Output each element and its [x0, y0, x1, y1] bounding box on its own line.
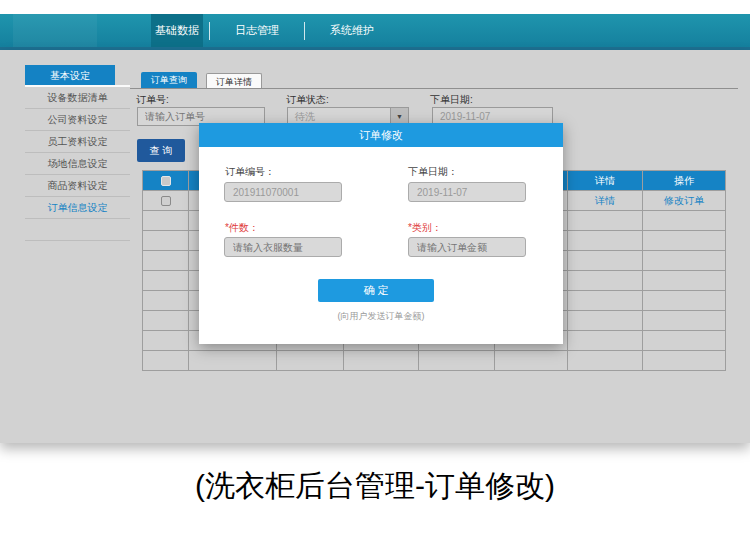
sidebar-item-5[interactable]: 订单信息设定 — [25, 197, 130, 219]
modal-order-no-label: 订单编号： — [225, 165, 275, 179]
page: 基础数据日志管理系统维护 基本设定 设备数据清单公司资料设定员工资料设定场地信息… — [0, 0, 750, 549]
query-button[interactable]: 查 询 — [137, 139, 185, 162]
logo-area — [13, 14, 97, 47]
table-cell — [277, 351, 344, 371]
table-cell — [189, 351, 277, 371]
sidebar-item-2[interactable]: 员工资料设定 — [25, 131, 130, 153]
table-cell — [643, 311, 726, 331]
header-cell-7: 操作 — [643, 171, 726, 191]
table-cell — [143, 251, 189, 271]
table-cell — [143, 211, 189, 231]
header-checkbox-cell — [143, 171, 189, 191]
nav-separator — [304, 22, 305, 40]
table-cell — [643, 351, 726, 371]
sidebar-header-basic-settings[interactable]: 基本设定 — [25, 65, 115, 86]
select-all-checkbox[interactable] — [161, 176, 171, 186]
modal-note: (向用户发送订单金额) — [199, 310, 563, 323]
nav-item-2[interactable]: 系统维护 — [311, 14, 393, 47]
table-cell — [143, 291, 189, 311]
table-cell — [568, 291, 643, 311]
modal-date-label: 下单日期： — [408, 165, 458, 179]
table-cell — [643, 231, 726, 251]
detail-link[interactable]: 详情 — [595, 195, 615, 206]
row-checkbox[interactable] — [161, 196, 171, 206]
modal-type-label: *类别： — [408, 221, 442, 235]
modal-type-input[interactable] — [408, 237, 526, 257]
sidebar-menu: 设备数据清单公司资料设定员工资料设定场地信息设定商品资料设定订单信息设定 — [25, 87, 130, 241]
header-cell-6: 详情 — [568, 171, 643, 191]
modal-title: 订单修改 — [199, 123, 563, 147]
table-cell — [495, 351, 568, 371]
table-cell — [568, 311, 643, 331]
table-row — [143, 351, 726, 371]
table-cell — [568, 351, 643, 371]
sidebar-item-3[interactable]: 场地信息设定 — [25, 153, 130, 175]
sidebar-item-6[interactable] — [25, 219, 130, 241]
order-date-label: 下单日期: — [430, 93, 473, 107]
table-cell — [568, 251, 643, 271]
table-cell — [643, 331, 726, 351]
table-cell — [643, 211, 726, 231]
tab-order-detail[interactable]: 订单详情 — [206, 73, 262, 89]
confirm-button[interactable]: 确 定 — [318, 279, 434, 302]
order-no-label: 订单号: — [136, 93, 169, 107]
modal-order-no-input[interactable] — [224, 182, 342, 202]
table-cell — [568, 271, 643, 291]
sidebar-item-0[interactable]: 设备数据清单 — [25, 87, 130, 109]
table-cell — [143, 271, 189, 291]
order-modify-modal: 订单修改 订单编号： 下单日期： *件数： *类别： 确 定 (向用户发送订单金… — [199, 123, 563, 344]
nav-item-1[interactable]: 日志管理 — [216, 14, 298, 47]
tab-underline — [130, 88, 738, 89]
nav-separator — [209, 22, 210, 40]
modal-count-input[interactable] — [224, 237, 342, 257]
table-cell — [568, 211, 643, 231]
table-cell — [143, 311, 189, 331]
table-cell — [143, 191, 189, 211]
table-cell — [143, 231, 189, 251]
top-navbar: 基础数据日志管理系统维护 — [0, 14, 750, 50]
table-cell — [344, 351, 419, 371]
order-status-label: 订单状态: — [286, 93, 329, 107]
modal-count-label: *件数： — [225, 221, 259, 235]
table-cell — [143, 331, 189, 351]
table-cell: 修改订单 — [643, 191, 726, 211]
table-cell — [643, 251, 726, 271]
modal-date-input[interactable] — [408, 182, 526, 202]
table-cell — [643, 271, 726, 291]
nav-tabs: 基础数据日志管理系统维护 — [151, 14, 393, 47]
table-cell: 详情 — [568, 191, 643, 211]
page-caption: (洗衣柜后台管理-订单修改) — [0, 466, 750, 507]
table-cell — [643, 291, 726, 311]
sidebar-item-1[interactable]: 公司资料设定 — [25, 109, 130, 131]
tab-order-query[interactable]: 订单查询 — [141, 72, 197, 88]
table-cell — [143, 351, 189, 371]
sidebar-item-4[interactable]: 商品资料设定 — [25, 175, 130, 197]
table-cell — [568, 231, 643, 251]
table-cell — [568, 331, 643, 351]
table-cell — [419, 351, 495, 371]
modify-order-link[interactable]: 修改订单 — [664, 195, 704, 206]
nav-item-0[interactable]: 基础数据 — [151, 14, 203, 47]
